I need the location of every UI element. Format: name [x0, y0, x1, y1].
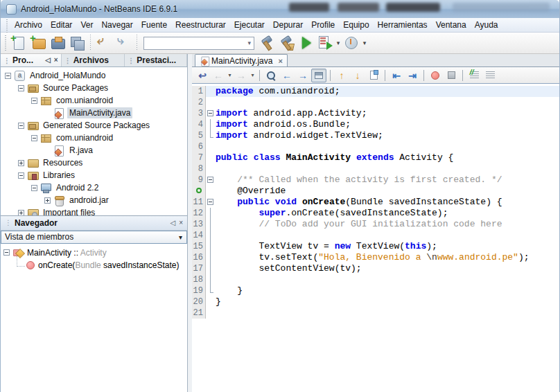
code-text[interactable]: [216, 163, 559, 175]
code-fold-column[interactable]: [206, 175, 216, 186]
code-text[interactable]: /** Called when the activity is first cr…: [216, 175, 559, 186]
tree-expander-minus[interactable]: [3, 249, 10, 256]
tree-item-generated-source-packages[interactable]: Generated Source Packages: [1, 119, 187, 132]
code-text[interactable]: import android.widget.TextView;: [216, 130, 559, 141]
code-text[interactable]: }: [216, 285, 559, 296]
tree-expander-minus[interactable]: [18, 85, 24, 91]
panel-tab-archivos[interactable]: Archivos: [62, 54, 125, 66]
menu-item-editar[interactable]: Editar: [46, 19, 76, 31]
navigator-close-icon[interactable]: ×: [179, 220, 183, 226]
dropdown-arrow-icon[interactable]: ▾: [227, 72, 233, 78]
code-text[interactable]: public void onCreate(Bundle savedInstanc…: [216, 197, 559, 208]
code-text[interactable]: import android.os.Bundle;: [216, 119, 559, 130]
tree-item-mainactivity-java[interactable]: MainActivity.java: [1, 107, 187, 119]
panel-tab-prestaci[interactable]: Prestaci...: [125, 54, 187, 66]
start-macro-recording-button[interactable]: [428, 69, 443, 82]
code-fold-column[interactable]: [206, 108, 216, 119]
shift-right-button[interactable]: [405, 69, 420, 82]
profile-project-button[interactable]: [342, 34, 361, 52]
tree-expander-minus[interactable]: [5, 73, 11, 79]
panel-tab-pro[interactable]: Pro...◁×: [1, 54, 62, 66]
last-edit-location-button[interactable]: [195, 69, 210, 82]
back-button[interactable]: [211, 69, 226, 82]
fold-collapse-icon[interactable]: [207, 110, 213, 116]
tree-item-resources[interactable]: Resources: [1, 157, 187, 169]
tree-item-r-java[interactable]: R.java: [1, 144, 187, 157]
navigator-tree[interactable]: MainActivity :: ActivityonCreate(Bundle …: [1, 244, 187, 392]
menu-item-profile[interactable]: Profile: [307, 19, 339, 31]
tree-item-source-packages[interactable]: Source Packages: [1, 82, 187, 94]
code-text[interactable]: [216, 141, 559, 152]
combo-dropdown-icon[interactable]: ▾: [247, 39, 254, 46]
code-fold-column[interactable]: [206, 197, 216, 208]
menu-item-depurar[interactable]: Depurar: [269, 19, 307, 31]
menu-item-equipo[interactable]: Equipo: [339, 19, 373, 31]
tree-item-important-files[interactable]: Important files: [1, 206, 187, 215]
new-project-button[interactable]: [28, 34, 48, 52]
clean-build-project-button[interactable]: [277, 34, 296, 52]
navigator-item-class[interactable]: MainActivity :: Activity: [1, 247, 187, 259]
stop-macro-recording-button[interactable]: [444, 69, 459, 82]
configuration-combo[interactable]: ▾: [143, 37, 254, 50]
navigator-item-method[interactable]: onCreate(Bundle savedInstanceState): [1, 259, 187, 271]
next-bookmark-button[interactable]: [350, 69, 365, 82]
menu-item-ventana[interactable]: Ventana: [432, 19, 471, 31]
tree-item-android-jar[interactable]: android.jar: [1, 194, 187, 206]
menu-item-ver[interactable]: Ver: [76, 19, 97, 31]
menu-item-reestructurar[interactable]: Reestructurar: [171, 19, 230, 31]
debug-project-button[interactable]: [315, 34, 335, 52]
run-project-button[interactable]: [296, 34, 315, 52]
menu-item-ayuda[interactable]: Ayuda: [471, 19, 502, 31]
tree-expander-plus[interactable]: [18, 160, 24, 166]
navigator-view-combo[interactable]: Vista de miembros: [1, 231, 187, 244]
tree-expander-plus[interactable]: [44, 197, 51, 204]
build-project-button[interactable]: [257, 34, 277, 52]
toggle-highlight-search-button[interactable]: [311, 69, 326, 82]
menu-item-fuente[interactable]: Fuente: [137, 19, 171, 31]
comment-button[interactable]: [466, 69, 482, 82]
menu-item-herramientas[interactable]: Herramientas: [374, 19, 432, 31]
tab-close-icon[interactable]: ×: [278, 57, 282, 65]
menu-item-ejecutar[interactable]: Ejecutar: [230, 19, 269, 31]
code-text[interactable]: tv.setText("Hola, Bienvenido a \nwww.and…: [216, 252, 559, 263]
combo-dropdown-icon[interactable]: [175, 231, 186, 243]
panel-minimize-icon[interactable]: ◁: [45, 57, 51, 64]
code-text[interactable]: package com.uniandroid;: [216, 86, 559, 97]
tree-item-libraries[interactable]: Libraries: [1, 169, 187, 181]
code-text[interactable]: [216, 230, 559, 241]
menu-item-archivo[interactable]: Archivo: [10, 19, 46, 31]
uncomment-button[interactable]: [482, 69, 498, 82]
menu-item-navegar[interactable]: Navegar: [97, 19, 137, 31]
tree-expander-minus[interactable]: [18, 172, 24, 179]
save-all-button[interactable]: [67, 34, 87, 52]
tab-mainactivity-java[interactable]: MainActivity.java ×: [195, 54, 288, 66]
previous-bookmark-button[interactable]: [334, 69, 349, 82]
tree-expander-minus[interactable]: [31, 98, 37, 104]
code-text[interactable]: @Override: [216, 186, 559, 197]
code-text[interactable]: TextView tv = new TextView(this);: [216, 241, 559, 252]
code-text[interactable]: setContentView(tv);: [216, 263, 559, 274]
tree-item-com-uniandroid[interactable]: com.uniandroid: [1, 94, 187, 107]
code-text[interactable]: }: [216, 296, 559, 308]
fold-collapse-icon[interactable]: [207, 199, 213, 205]
tree-item-android-2-2[interactable]: Android 2.2: [1, 181, 187, 194]
open-project-button[interactable]: [48, 34, 67, 52]
forward-button[interactable]: [234, 69, 249, 82]
tree-expander-minus[interactable]: [31, 185, 37, 191]
dropdown-arrow-icon[interactable]: ▾: [335, 39, 342, 46]
dropdown-arrow-icon[interactable]: ▾: [361, 39, 368, 46]
code-text[interactable]: // ToDo add your GUI initialization code…: [216, 219, 559, 230]
code-text[interactable]: import android.app.Activity;: [216, 108, 559, 119]
navigator-minimize-icon[interactable]: ◁: [170, 220, 175, 226]
code-text[interactable]: [216, 308, 559, 319]
code-text[interactable]: [216, 274, 559, 285]
shift-left-button[interactable]: [389, 69, 404, 82]
find-next-occurrence-button[interactable]: [295, 69, 310, 82]
fold-collapse-icon[interactable]: [207, 177, 213, 183]
redo-button[interactable]: [114, 34, 133, 52]
tree-expander-plus[interactable]: [18, 210, 24, 215]
code-text[interactable]: public class MainActivity extends Activi…: [216, 152, 559, 163]
toggle-bookmark-button[interactable]: [366, 69, 381, 82]
projects-tree[interactable]: Android_HolaMundoSource Packagescom.unia…: [1, 67, 187, 215]
find-previous-occurrence-button[interactable]: [279, 69, 295, 82]
